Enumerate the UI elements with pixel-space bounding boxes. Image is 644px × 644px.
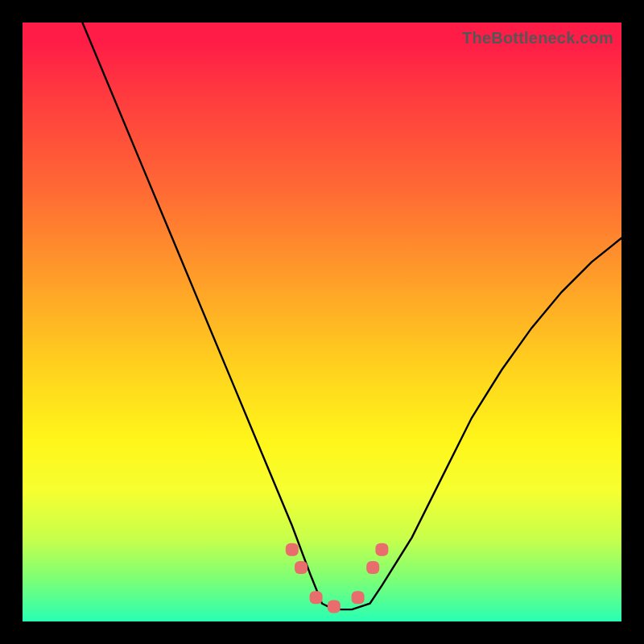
marker-point [310, 591, 323, 604]
marker-point [286, 543, 299, 556]
highlight-markers [286, 543, 389, 613]
plot-area: TheBottleneck.com [23, 23, 621, 621]
marker-point [295, 561, 308, 574]
marker-point [328, 600, 341, 613]
bottleneck-curve [82, 23, 621, 609]
outer-frame: TheBottleneck.com [0, 0, 644, 644]
marker-point [375, 543, 388, 556]
marker-point [352, 591, 365, 604]
marker-point [366, 561, 379, 574]
chart-overlay [23, 23, 621, 621]
